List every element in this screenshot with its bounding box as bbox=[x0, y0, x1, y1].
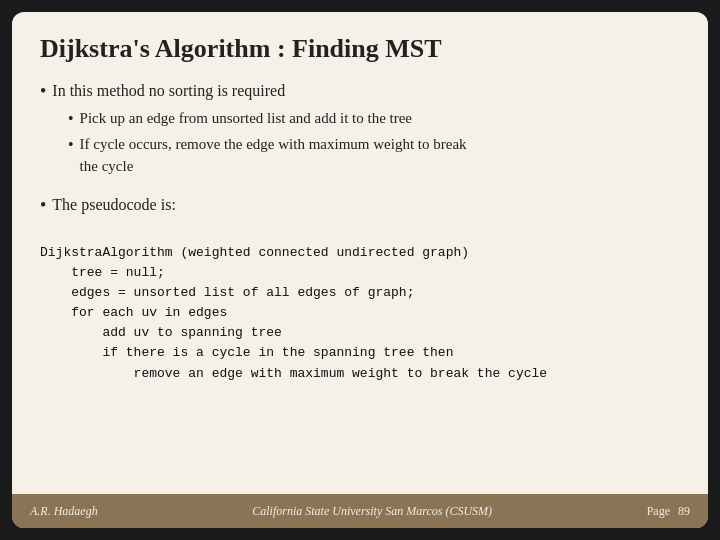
slide-footer: A.R. Hadaegh California State University… bbox=[12, 494, 708, 528]
bullet-sub-2: • If cycle occurs, remove the edge with … bbox=[68, 134, 680, 178]
bullet-main-1: • In this method no sorting is required bbox=[40, 80, 680, 103]
pc-line-7: remove an edge with maximum weight to br… bbox=[40, 364, 680, 384]
bullet-dot: • bbox=[40, 80, 46, 103]
bullet-dot-2: • bbox=[40, 194, 46, 217]
pc-line-6: if there is a cycle in the spanning tree… bbox=[40, 343, 680, 363]
pc-line-5: add uv to spanning tree bbox=[40, 323, 680, 343]
pc-line-2: tree = null; bbox=[40, 263, 680, 283]
slide-title: Dijkstra's Algorithm : Finding MST bbox=[40, 34, 680, 64]
footer-page-number: 89 bbox=[678, 504, 690, 519]
pc-line-1: DijkstraAlgorithm (weighted connected un… bbox=[40, 243, 680, 263]
bullet-section-2: • The pseudocode is: bbox=[40, 194, 680, 222]
footer-page-label: Page bbox=[647, 504, 670, 519]
slide: Dijkstra's Algorithm : Finding MST • In … bbox=[12, 12, 708, 528]
bullet-main-text-2: The pseudocode is: bbox=[52, 194, 176, 216]
pc-line-4: for each uv in edges bbox=[40, 303, 680, 323]
pc-line-3: edges = unsorted list of all edges of gr… bbox=[40, 283, 680, 303]
bullet-main-2: • The pseudocode is: bbox=[40, 194, 680, 217]
pseudocode-section: DijkstraAlgorithm (weighted connected un… bbox=[40, 243, 680, 384]
bullet-sub-text-1: Pick up an edge from unsorted list and a… bbox=[80, 108, 412, 130]
bullet-main-text-1: In this method no sorting is required bbox=[52, 80, 285, 102]
footer-page: Page 89 bbox=[647, 504, 690, 519]
bullet-sub-text-2: If cycle occurs, remove the edge with ma… bbox=[80, 134, 467, 178]
footer-author: A.R. Hadaegh bbox=[30, 504, 98, 519]
footer-university: California State University San Marcos (… bbox=[252, 504, 492, 519]
slide-content: Dijkstra's Algorithm : Finding MST • In … bbox=[12, 12, 708, 494]
bullet-section-1: • In this method no sorting is required … bbox=[40, 80, 680, 180]
bullet-sub-dot-1: • bbox=[68, 108, 74, 130]
bullet-sub-dot-2: • bbox=[68, 134, 74, 156]
bullet-sub-1: • Pick up an edge from unsorted list and… bbox=[68, 108, 680, 130]
